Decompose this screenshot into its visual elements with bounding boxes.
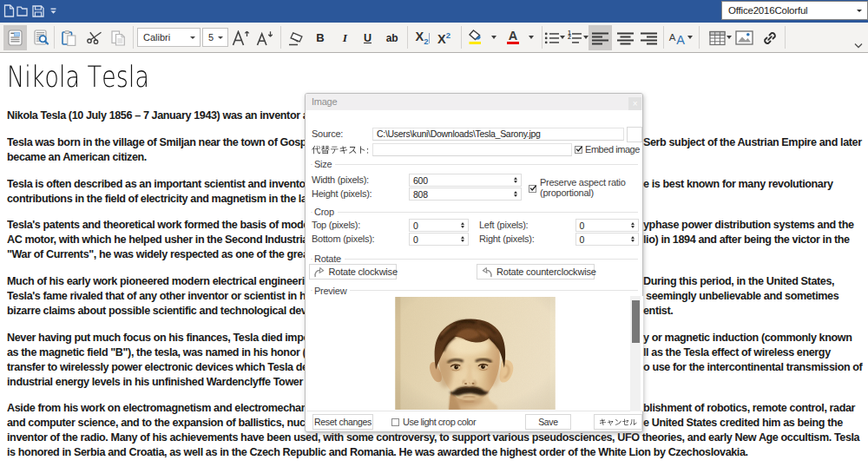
align-left-button[interactable] — [589, 25, 612, 50]
toolbar-separator — [407, 26, 408, 49]
bold-button[interactable]: B — [308, 25, 332, 50]
italic-button[interactable]: I — [333, 25, 358, 50]
source-input[interactable]: C:\Users\kuni\Downloads\Tesla_Sarony.jpg — [372, 128, 624, 141]
highlight-button[interactable] — [465, 25, 486, 50]
spin-up-icon[interactable] — [514, 177, 517, 180]
clear-format-button[interactable] — [284, 25, 308, 50]
toolbar-options-icon[interactable] — [49, 8, 57, 15]
preserve-ratio-checkbox[interactable] — [529, 185, 536, 193]
height-value: 808 — [413, 189, 428, 200]
text-segment-right: o use for the intercontinental transmiss… — [643, 360, 862, 375]
align-center-icon — [617, 30, 634, 46]
preview-scrollbar-thumb[interactable] — [632, 300, 640, 343]
superscript-button[interactable]: X2 — [432, 25, 457, 50]
spin-up-icon[interactable] — [631, 236, 635, 239]
theme-selector-value: Office2016Colorful — [722, 5, 857, 16]
text-segment-right: yphase power distribution systems and th… — [643, 218, 854, 233]
alt-text-input[interactable] — [372, 143, 572, 156]
new-document-icon[interactable] — [3, 4, 15, 17]
shrink-font-button[interactable] — [253, 25, 277, 50]
preserve-ratio-label: Preserve aspect ratio(proportional) — [540, 177, 626, 198]
highlight-dropdown-icon[interactable] — [491, 36, 496, 39]
save-icon[interactable] — [32, 5, 44, 17]
spin-down-icon[interactable] — [631, 226, 635, 228]
cancel-button[interactable] — [594, 414, 642, 430]
text-segment-right: ll as the Tesla effect of wireless energ… — [643, 345, 831, 360]
preview-group-header: Preview — [311, 285, 638, 296]
reset-changes-button[interactable]: Reset changes — [312, 414, 373, 430]
save-button[interactable]: Save — [525, 414, 571, 430]
width-label: Width (pixels): — [312, 174, 369, 185]
browse-button[interactable] — [627, 127, 643, 142]
width-value: 600 — [413, 175, 428, 186]
crop-color-checkbox[interactable] — [391, 418, 399, 426]
numbered-list-button[interactable]: 12 — [564, 25, 585, 50]
paste-icon — [62, 30, 76, 46]
width-spinbox[interactable]: 600 — [409, 174, 522, 187]
spin-down-icon[interactable] — [461, 226, 464, 228]
crop-right-spinbox[interactable]: 0 — [575, 233, 639, 246]
font-styles-button[interactable]: A A — [666, 25, 688, 50]
bullet-list-icon — [544, 30, 560, 46]
dialog-close-button[interactable]: × — [628, 97, 641, 110]
align-right-button[interactable] — [636, 25, 661, 50]
spin-up-icon[interactable] — [461, 222, 464, 225]
rotate-counterclockwise-icon — [481, 267, 493, 278]
font-size-combo[interactable]: 5 — [202, 28, 228, 47]
find-document-button[interactable] — [30, 25, 54, 50]
underline-button[interactable]: U — [356, 25, 380, 50]
text-segment-right: Serb subject of the Austrian Empire and … — [643, 135, 862, 150]
font-color-dropdown-icon[interactable] — [529, 36, 534, 39]
crop-color-label: Use light crop color — [403, 417, 476, 427]
align-center-button[interactable] — [613, 25, 637, 50]
cut-button[interactable] — [82, 25, 107, 50]
theme-selector[interactable]: Office2016Colorful — [721, 1, 868, 20]
crop-left-spinbox[interactable]: 0 — [575, 219, 639, 232]
height-spinbox[interactable]: 808 — [409, 187, 522, 201]
crop-top-label: Top (pixels): — [312, 220, 360, 230]
toolbar-overflow-icon[interactable] — [854, 43, 863, 49]
dialog-titlebar[interactable]: Image × — [306, 94, 642, 110]
table-dropdown-icon[interactable] — [727, 36, 732, 39]
group-divider-line — [335, 164, 638, 165]
cut-icon — [87, 31, 102, 44]
insert-link-button[interactable] — [758, 25, 782, 50]
edit-document-icon — [8, 30, 23, 46]
font-color-button[interactable]: A — [503, 25, 523, 50]
copy-button[interactable] — [107, 25, 131, 50]
embed-image-checkbox[interactable] — [575, 146, 582, 154]
toolbar-separator — [133, 26, 134, 49]
font-name-combo[interactable]: Calibri — [137, 28, 201, 47]
rotate-clockwise-label: Rotate clockwise — [329, 266, 398, 277]
rotate-counterclockwise-button[interactable]: Rotate counterclockwise — [477, 264, 595, 280]
subscript-icon: X2 — [416, 30, 429, 46]
spin-down-icon[interactable] — [461, 240, 464, 242]
document-text-line: inventor of the radio. Many of his achie… — [7, 431, 868, 445]
font-styles-icon: A A — [667, 30, 687, 46]
paste-button[interactable] — [56, 25, 81, 50]
spin-up-icon[interactable] — [631, 222, 635, 225]
tesla-portrait-photo — [395, 297, 556, 411]
preview-scrollbar[interactable] — [630, 296, 641, 411]
source-label: Source: — [312, 128, 343, 139]
spin-up-icon[interactable] — [514, 191, 517, 194]
spin-down-icon[interactable] — [631, 240, 635, 242]
open-folder-icon[interactable] — [16, 6, 28, 16]
toolbar-separator — [461, 26, 462, 49]
crop-right-label: Right (pixels): — [479, 234, 535, 244]
spin-up-icon[interactable] — [461, 236, 464, 239]
crop-top-spinbox[interactable]: 0 — [409, 219, 469, 232]
font-styles-dropdown-icon[interactable] — [687, 36, 693, 39]
insert-image-button[interactable] — [732, 25, 756, 50]
spin-down-icon[interactable] — [514, 194, 517, 197]
edit-document-button[interactable] — [3, 25, 27, 50]
crop-left-label: Left (pixels): — [479, 220, 528, 230]
grow-font-button[interactable] — [229, 25, 253, 50]
crop-bottom-spinbox[interactable]: 0 — [409, 233, 469, 246]
text-segment-right: y or magnetic induction (commonly known — [643, 331, 852, 345]
toolbar-separator — [699, 26, 700, 49]
spin-down-icon[interactable] — [514, 181, 517, 183]
rotate-clockwise-button[interactable]: Rotate clockwise — [309, 264, 397, 280]
strikethrough-button[interactable]: ab — [380, 25, 404, 50]
size-group-label: Size — [314, 159, 332, 169]
